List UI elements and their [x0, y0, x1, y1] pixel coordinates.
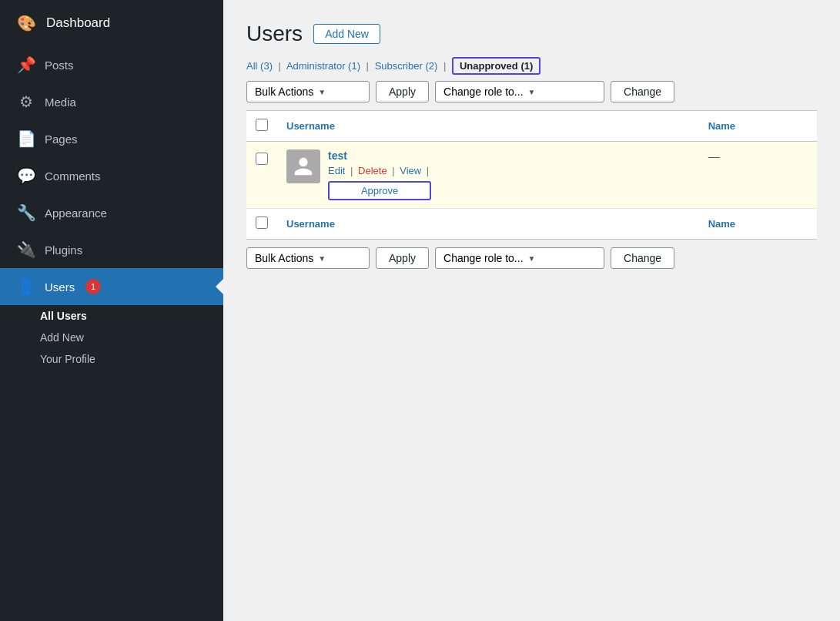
- select-all-footer-checkbox[interactable]: [256, 217, 268, 229]
- add-new-button[interactable]: Add New: [313, 24, 380, 44]
- change-button-bottom[interactable]: Change: [611, 247, 674, 269]
- change-role-dropdown-bottom[interactable]: Change role to... ▼: [435, 247, 604, 269]
- edit-link[interactable]: Edit: [328, 165, 345, 176]
- sidebar-item-plugins[interactable]: 🔌 Plugins: [0, 231, 223, 268]
- sidebar-item-label: Media: [45, 96, 76, 109]
- sidebar-item-comments[interactable]: 💬 Comments: [0, 157, 223, 194]
- header-checkbox-cell: [246, 111, 277, 142]
- dashboard-label: Dashboard: [46, 15, 110, 31]
- footer-name: Name: [699, 209, 817, 240]
- sidebar-item-media[interactable]: ⚙ Media: [0, 83, 223, 120]
- delete-link[interactable]: Delete: [358, 165, 387, 176]
- sidebar-item-label: Users: [45, 280, 75, 294]
- sidebar-item-users[interactable]: 👤 Users 1: [0, 268, 223, 305]
- apply-button-bottom[interactable]: Apply: [376, 247, 429, 269]
- users-table: Username Name: [246, 110, 817, 240]
- sidebar: 🎨 Dashboard 📌 Posts ⚙ Media 📄 Pages 💬 Co…: [0, 0, 223, 621]
- row-username-cell: test Edit | Delete | View | Approve: [277, 142, 699, 209]
- main-content: Users Add New All (3) | Administrator (1…: [223, 0, 840, 621]
- pages-icon: 📄: [15, 128, 37, 149]
- submenu-add-new[interactable]: Add New: [0, 327, 223, 348]
- top-toolbar: Bulk Actions ▼ Apply Change role to... ▼…: [246, 81, 817, 102]
- table-row: test Edit | Delete | View | Approve: [246, 142, 817, 209]
- sidebar-item-label: Posts: [45, 59, 74, 72]
- submenu-your-profile[interactable]: Your Profile: [0, 348, 223, 370]
- sidebar-item-label: Appearance: [45, 206, 107, 220]
- row-checkbox-cell: [246, 142, 277, 209]
- plugins-icon: 🔌: [15, 239, 37, 260]
- approve-button[interactable]: Approve: [328, 181, 431, 200]
- sidebar-item-pages[interactable]: 📄 Pages: [0, 120, 223, 157]
- view-link[interactable]: View: [400, 165, 421, 176]
- sidebar-item-appearance[interactable]: 🔧 Appearance: [0, 194, 223, 231]
- table-footer-row: Username Name: [246, 209, 817, 240]
- bulk-actions-dropdown-top[interactable]: Bulk Actions ▼: [246, 81, 370, 102]
- header-username: Username: [277, 111, 699, 142]
- footer-checkbox-cell: [246, 209, 277, 240]
- dashboard-icon: 🎨: [15, 12, 37, 34]
- bulk-actions-arrow-top: ▼: [318, 88, 326, 96]
- header-name: Name: [699, 111, 817, 142]
- filter-tabs: All (3) | Administrator (1) | Subscriber…: [246, 60, 817, 72]
- sort-username[interactable]: Username: [286, 120, 335, 132]
- appearance-icon: 🔧: [15, 202, 37, 223]
- row-checkbox[interactable]: [256, 153, 268, 165]
- sidebar-item-label: Plugins: [45, 243, 82, 257]
- select-all-checkbox[interactable]: [256, 119, 268, 131]
- footer-sort-username[interactable]: Username: [286, 218, 335, 230]
- change-button-top[interactable]: Change: [611, 81, 674, 102]
- bulk-actions-dropdown-bottom[interactable]: Bulk Actions ▼: [246, 247, 370, 269]
- avatar-cell: test Edit | Delete | View | Approve: [286, 149, 690, 200]
- table-header-row: Username Name: [246, 111, 817, 142]
- avatar: [286, 149, 320, 183]
- row-name-cell: —: [699, 142, 817, 209]
- page-title: Users: [246, 22, 303, 46]
- page-title-row: Users Add New: [246, 22, 817, 46]
- apply-button-top[interactable]: Apply: [376, 81, 429, 102]
- change-role-arrow-top: ▼: [528, 88, 536, 96]
- users-badge: 1: [85, 279, 101, 294]
- submenu-all-users[interactable]: All Users: [0, 305, 223, 327]
- sidebar-item-label: Comments: [45, 170, 101, 183]
- filter-administrator[interactable]: Administrator (1): [286, 60, 363, 72]
- change-role-arrow-bottom: ▼: [528, 254, 536, 263]
- user-info: test Edit | Delete | View | Approve: [328, 149, 431, 200]
- dashboard-item[interactable]: 🎨 Dashboard: [0, 0, 223, 46]
- avatar-icon: [293, 156, 314, 177]
- filter-subscriber[interactable]: Subscriber (2): [375, 60, 440, 72]
- footer-username: Username: [277, 209, 699, 240]
- users-submenu: All Users Add New Your Profile: [0, 305, 223, 376]
- media-icon: ⚙: [15, 91, 37, 112]
- posts-icon: 📌: [15, 54, 37, 76]
- filter-all[interactable]: All (3): [246, 60, 276, 72]
- bulk-actions-arrow-bottom: ▼: [318, 254, 326, 263]
- change-role-dropdown-top[interactable]: Change role to... ▼: [435, 81, 604, 102]
- comments-icon: 💬: [15, 165, 37, 186]
- sidebar-item-label: Pages: [45, 133, 78, 146]
- row-actions: Edit | Delete | View |: [328, 165, 431, 176]
- username-link[interactable]: test: [328, 149, 431, 162]
- bottom-toolbar: Bulk Actions ▼ Apply Change role to... ▼…: [246, 247, 817, 269]
- users-icon: 👤: [15, 276, 37, 297]
- sidebar-item-posts[interactable]: 📌 Posts: [0, 46, 223, 83]
- filter-unapproved: Unapproved (1): [452, 57, 540, 75]
